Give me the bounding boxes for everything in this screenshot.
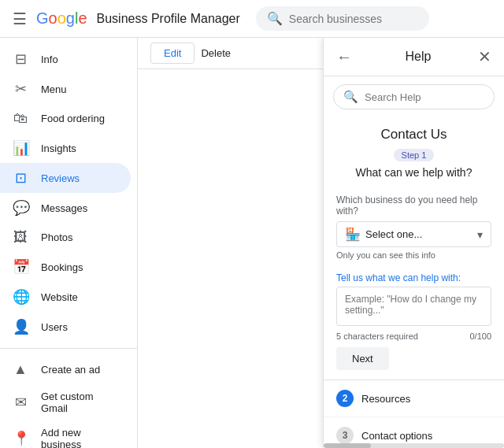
step-question: What can we help with? bbox=[324, 166, 504, 188]
help-body: Contact Us Step 1 What can we help with?… bbox=[324, 117, 504, 448]
search-bar[interactable]: 🔍 bbox=[256, 6, 429, 31]
sidebar: ⊟ Info ✂ Menu 🛍 Food ordering 📊 Insights… bbox=[0, 38, 138, 448]
sidebar-item-add-business[interactable]: 📍 Add new business bbox=[0, 420, 131, 448]
help-scrollbar[interactable] bbox=[324, 443, 504, 448]
sidebar-item-create-ad[interactable]: ▲ Create an ad bbox=[0, 355, 131, 384]
accordion-label-resources: Resources bbox=[361, 393, 410, 405]
business-select-section: Which business do you need help with? 🏪 … bbox=[324, 188, 504, 266]
logo-text: Google bbox=[36, 9, 87, 28]
sidebar-label-website: Website bbox=[41, 291, 78, 303]
search-icon: 🔍 bbox=[267, 11, 283, 26]
sidebar-label-photos: Photos bbox=[41, 231, 72, 243]
accordion-num-3: 3 bbox=[336, 427, 354, 444]
select-note: Only you can see this info bbox=[336, 250, 491, 260]
store-icon: 🏪 bbox=[345, 227, 361, 242]
custom-gmail-icon: ✉ bbox=[13, 394, 28, 411]
menu-icon[interactable]: ☰ bbox=[13, 9, 27, 28]
sidebar-label-users: Users bbox=[41, 321, 68, 333]
accordion-num-2: 2 bbox=[336, 390, 354, 407]
sidebar-label-bookings: Bookings bbox=[41, 261, 83, 273]
chars-required: 5 characters required bbox=[336, 331, 418, 341]
add-business-icon: 📍 bbox=[13, 430, 28, 447]
sidebar-label-reviews: Reviews bbox=[41, 172, 80, 184]
topbar: ☰ Google Business Profile Manager 🔍 bbox=[0, 0, 504, 38]
select-arrow-icon: ▾ bbox=[477, 228, 483, 241]
sidebar-label-custom-gmail: Get custom Gmail bbox=[41, 391, 118, 414]
messages-icon: 💬 bbox=[13, 199, 28, 217]
textarea-meta: 5 characters required 0/100 bbox=[324, 331, 504, 341]
sidebar-item-info[interactable]: ⊟ Info bbox=[0, 44, 131, 74]
sidebar-item-messages[interactable]: 💬 Messages bbox=[0, 193, 131, 223]
sidebar-label-food-ordering: Food ordering bbox=[41, 113, 105, 124]
help-search-input[interactable] bbox=[365, 91, 484, 103]
main-layout: ⊟ Info ✂ Menu 🛍 Food ordering 📊 Insights… bbox=[0, 38, 504, 448]
edit-button[interactable]: Edit bbox=[150, 43, 195, 64]
sidebar-item-photos[interactable]: 🖼 Photos bbox=[0, 223, 131, 252]
help-search-bar[interactable]: 🔍 bbox=[333, 84, 495, 109]
help-title: Help bbox=[358, 50, 478, 64]
info-icon: ⊟ bbox=[13, 50, 28, 68]
search-input[interactable] bbox=[289, 13, 415, 25]
bookings-icon: 📅 bbox=[13, 258, 28, 276]
sidebar-label-info: Info bbox=[41, 54, 58, 65]
sidebar-label-insights: Insights bbox=[41, 143, 76, 154]
sidebar-item-menu[interactable]: ✂ Menu bbox=[0, 74, 131, 104]
accordion-label-contact-options: Contact options bbox=[361, 430, 432, 442]
sidebar-item-food-ordering[interactable]: 🛍 Food ordering bbox=[0, 104, 131, 133]
photos-icon: 🖼 bbox=[13, 229, 28, 246]
help-panel: ← Help ✕ 🔍 Contact Us Step 1 What can we… bbox=[323, 38, 504, 448]
delete-button[interactable]: Delete bbox=[201, 47, 231, 59]
google-logo: Google bbox=[36, 9, 87, 28]
sidebar-label-create-ad: Create an ad bbox=[41, 364, 100, 376]
chars-count: 0/100 bbox=[469, 331, 491, 341]
users-icon: 👤 bbox=[13, 318, 28, 335]
help-header: ← Help ✕ bbox=[324, 38, 504, 76]
app-title: Business Profile Manager bbox=[97, 12, 240, 26]
step-badge: Step 1 bbox=[394, 149, 435, 161]
create-ad-icon: ▲ bbox=[13, 361, 28, 378]
accordion-item-resources[interactable]: 2 Resources bbox=[324, 380, 504, 417]
reviews-icon: ⊡ bbox=[13, 169, 28, 187]
sidebar-item-custom-gmail[interactable]: ✉ Get custom Gmail bbox=[0, 384, 131, 420]
insights-icon: 📊 bbox=[13, 139, 28, 157]
content-area: Edit Delete ← Help ✕ 🔍 Contact Us bbox=[138, 38, 504, 448]
sidebar-label-messages: Messages bbox=[41, 202, 87, 214]
help-close-button[interactable]: ✕ bbox=[478, 47, 491, 66]
sidebar-label-menu: Menu bbox=[41, 83, 67, 95]
sidebar-item-insights[interactable]: 📊 Insights bbox=[0, 133, 131, 163]
sidebar-label-add-business: Add new business bbox=[41, 427, 118, 448]
website-icon: 🌐 bbox=[13, 288, 28, 305]
help-scrollbar-thumb bbox=[324, 443, 371, 448]
sidebar-divider bbox=[0, 348, 137, 349]
sidebar-item-users[interactable]: 👤 Users bbox=[0, 312, 131, 342]
menu-item-icon: ✂ bbox=[13, 80, 28, 98]
tell-us-label: Tell us what we can help with: bbox=[336, 272, 491, 283]
business-select[interactable]: 🏪 Select one... ▾ bbox=[336, 221, 491, 247]
sidebar-item-reviews[interactable]: ⊡ Reviews bbox=[0, 163, 131, 193]
food-ordering-icon: 🛍 bbox=[13, 110, 28, 127]
contact-us-title: Contact Us bbox=[324, 117, 504, 149]
help-search-icon: 🔍 bbox=[343, 90, 358, 104]
sidebar-item-website[interactable]: 🌐 Website bbox=[0, 282, 131, 312]
business-label: Which business do you need help with? bbox=[336, 194, 491, 217]
help-back-button[interactable]: ← bbox=[336, 48, 352, 66]
sidebar-item-bookings[interactable]: 📅 Bookings bbox=[0, 252, 131, 282]
select-text: Select one... bbox=[365, 228, 477, 240]
help-textarea[interactable] bbox=[336, 287, 491, 326]
next-button[interactable]: Next bbox=[336, 347, 389, 370]
